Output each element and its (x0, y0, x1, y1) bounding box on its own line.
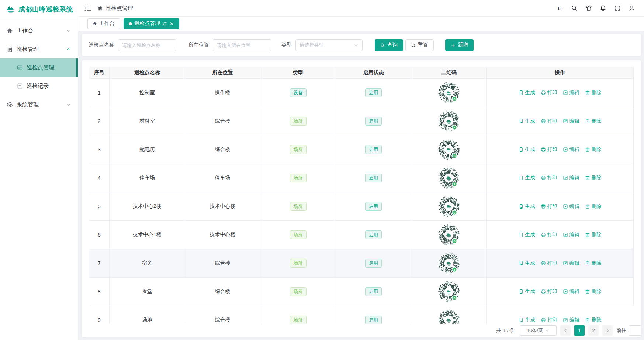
reset-button[interactable]: 重置 (405, 39, 434, 51)
qr-code-image[interactable]: S (438, 309, 460, 324)
qr-code-image[interactable]: S (438, 82, 460, 103)
action-删除[interactable]: 删除 (585, 231, 602, 238)
action-删除[interactable]: 删除 (585, 288, 602, 295)
action-label: 编辑 (569, 118, 579, 124)
action-打印[interactable]: 打印 (541, 146, 557, 153)
action-打印[interactable]: 打印 (541, 203, 557, 210)
type-badge: 场所 (290, 230, 307, 239)
search-icon[interactable] (571, 5, 578, 11)
point-type-cell: 场所 (260, 221, 336, 249)
action-打印[interactable]: 打印 (541, 260, 557, 267)
action-打印[interactable]: 打印 (541, 317, 557, 323)
action-删除[interactable]: 删除 (585, 175, 602, 181)
sidebar-item-inspection-mgmt[interactable]: 巡检管理 (0, 40, 78, 58)
action-打印[interactable]: 打印 (541, 89, 557, 96)
sidebar-item-label: 巡检记录 (27, 83, 49, 90)
sidebar-item-label: 工作台 (17, 27, 33, 34)
status-cell: 启用 (336, 221, 411, 249)
page-size-select[interactable]: 10条/页 (520, 325, 557, 336)
sidebar-item-system-mgmt[interactable]: 系统管理 (0, 95, 78, 114)
user-icon[interactable] (629, 5, 635, 11)
action-生成[interactable]: 生成 (519, 146, 535, 153)
action-打印[interactable]: 打印 (541, 231, 557, 238)
action-label: 打印 (547, 146, 557, 153)
sidebar-item-workbench[interactable]: 工作台 (0, 21, 78, 40)
action-生成[interactable]: 生成 (519, 118, 535, 124)
action-打印[interactable]: 打印 (541, 288, 557, 295)
action-删除[interactable]: 删除 (585, 260, 602, 267)
tab-workbench[interactable]: 工作台 (87, 18, 120, 29)
page-button-1[interactable]: 1 (574, 325, 585, 336)
action-编辑[interactable]: 编辑 (563, 203, 579, 210)
name-filter-label: 巡检点名称 (89, 42, 114, 48)
goto-page-input[interactable] (629, 325, 641, 336)
bell-icon[interactable] (600, 5, 606, 11)
sidebar-item-inspection-records[interactable]: 巡检记录 (0, 77, 78, 95)
qr-code-image[interactable]: S (438, 196, 460, 217)
action-编辑[interactable]: 编辑 (563, 260, 579, 267)
action-生成[interactable]: 生成 (519, 288, 535, 295)
search-button[interactable]: 查询 (375, 39, 403, 51)
actions-cell: 生成打印编辑删除 (487, 249, 634, 278)
action-生成[interactable]: 生成 (519, 317, 535, 323)
action-label: 删除 (592, 203, 602, 210)
menu-fold-icon[interactable] (84, 4, 91, 12)
close-icon[interactable] (169, 21, 174, 26)
goto-label: 前往 (616, 327, 626, 334)
location-filter-input[interactable] (213, 39, 271, 51)
status-cell: 启用 (336, 107, 411, 135)
sidebar-item-inspection-points[interactable]: 巡检点管理 (0, 58, 78, 77)
point-name: 控制室 (110, 79, 185, 107)
action-删除[interactable]: 删除 (585, 203, 602, 210)
type-filter-select[interactable]: 请选择类型 (295, 39, 363, 51)
name-filter-input[interactable] (118, 39, 176, 51)
action-label: 编辑 (569, 203, 579, 210)
action-生成[interactable]: 生成 (519, 89, 535, 96)
qr-code-image[interactable]: S (438, 167, 460, 189)
topbar-actions: TT (557, 5, 635, 11)
filter-bar: 巡检点名称 所在位置 类型 请选择类型 查询 重置 (82, 34, 641, 56)
font-size-icon[interactable]: TT (557, 5, 563, 11)
action-生成[interactable]: 生成 (519, 231, 535, 238)
action-编辑[interactable]: 编辑 (563, 288, 579, 295)
svg-text:S: S (453, 154, 456, 158)
action-编辑[interactable]: 编辑 (563, 175, 579, 181)
prev-page-button[interactable] (560, 325, 571, 336)
qr-code-image[interactable]: S (438, 139, 460, 160)
action-编辑[interactable]: 编辑 (563, 231, 579, 238)
action-删除[interactable]: 删除 (585, 146, 602, 153)
action-打印[interactable]: 打印 (541, 118, 557, 124)
column-header: 巡检点名称 (110, 67, 185, 79)
action-编辑[interactable]: 编辑 (563, 118, 579, 124)
sidebar-menu: 工作台 巡检管理 巡检点管理 巡检记录 系统管理 (0, 18, 78, 114)
mobile-icon (519, 232, 524, 237)
action-label: 删除 (592, 175, 602, 181)
qr-code-image[interactable]: S (438, 253, 460, 274)
action-生成[interactable]: 生成 (519, 175, 535, 181)
theme-shirt-icon[interactable] (585, 5, 592, 11)
action-生成[interactable]: 生成 (519, 203, 535, 210)
qr-code-image[interactable]: S (438, 281, 460, 302)
tab-inspection-points[interactable]: 巡检点管理 (124, 18, 179, 29)
trash-icon (585, 261, 590, 266)
chevron-up-icon (66, 47, 71, 52)
action-编辑[interactable]: 编辑 (563, 89, 579, 96)
printer-icon (541, 289, 546, 294)
action-label: 删除 (592, 317, 602, 323)
action-打印[interactable]: 打印 (541, 175, 557, 181)
page-button-2[interactable]: 2 (588, 325, 599, 336)
action-删除[interactable]: 删除 (585, 317, 602, 323)
type-badge: 场所 (290, 174, 307, 182)
edit-icon (563, 204, 568, 209)
action-删除[interactable]: 删除 (585, 89, 602, 96)
qr-code-image[interactable]: S (438, 110, 460, 132)
action-编辑[interactable]: 编辑 (563, 317, 579, 323)
fullscreen-icon[interactable] (614, 5, 621, 11)
action-编辑[interactable]: 编辑 (563, 146, 579, 153)
next-page-button[interactable] (602, 325, 613, 336)
qr-code-image[interactable]: S (438, 224, 460, 245)
action-生成[interactable]: 生成 (519, 260, 535, 267)
action-删除[interactable]: 删除 (585, 118, 602, 124)
refresh-icon[interactable] (162, 21, 167, 26)
add-button[interactable]: 新增 (445, 39, 474, 51)
